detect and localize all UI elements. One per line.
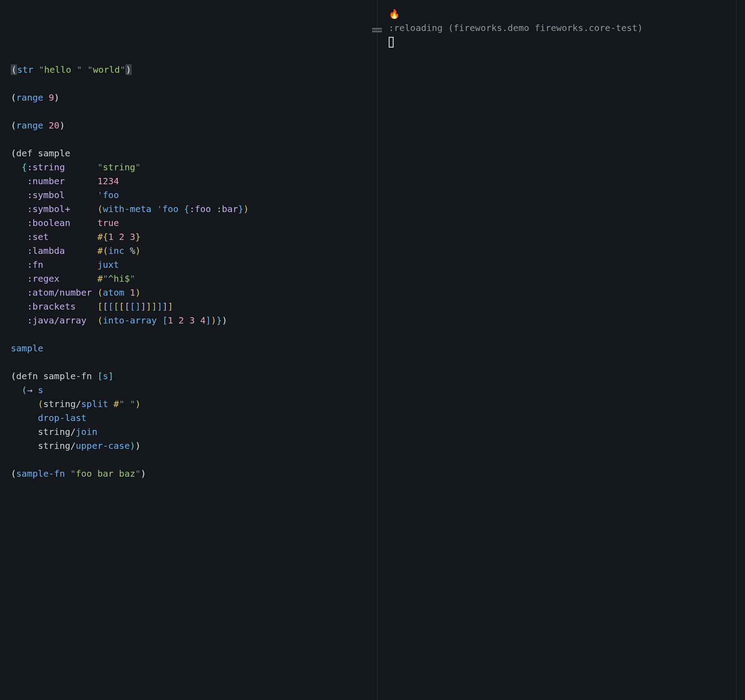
code-block[interactable]: (str "hello " "world") (range 9) (range … — [11, 7, 358, 481]
right-margin — [736, 0, 745, 700]
open-paren-highlight: ( — [11, 64, 17, 75]
repl-reloading-line: :reloading (fireworks.demo fireworks.cor… — [389, 21, 725, 35]
fn-str: str — [17, 64, 33, 75]
pane-splitter[interactable] — [369, 0, 385, 700]
splitter-handle-icon[interactable] — [372, 28, 382, 32]
repl-pane[interactable]: 🔥 :reloading (fireworks.demo fireworks.c… — [385, 0, 736, 700]
close-paren-highlight: ) — [125, 64, 132, 75]
fn-range: range — [16, 92, 43, 103]
fire-icon: 🔥 — [389, 7, 725, 21]
repl-cursor[interactable] — [389, 37, 394, 48]
editor-pane[interactable]: (str "hello " "world") (range 9) (range … — [0, 0, 369, 700]
editor-frame: (str "hello " "world") (range 9) (range … — [0, 0, 745, 700]
symbol-sample: sample — [11, 343, 43, 354]
